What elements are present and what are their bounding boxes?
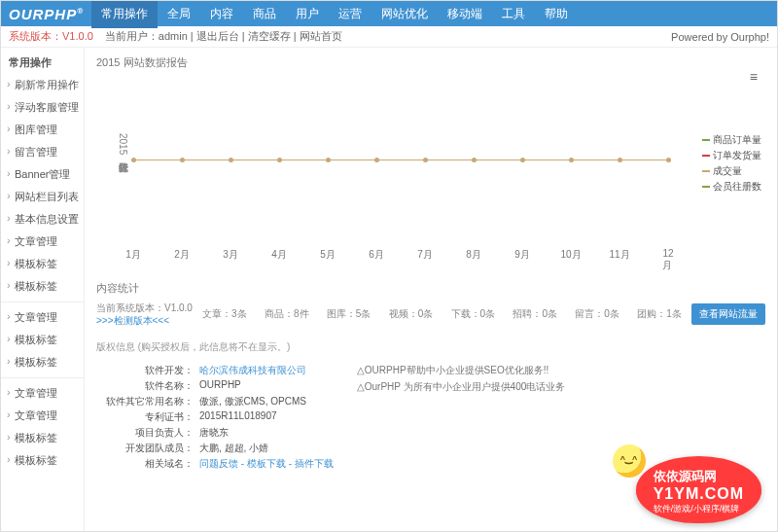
view-traffic-button[interactable]: 查看网站流量 bbox=[691, 303, 765, 325]
sidebar-item[interactable]: 模板标签 bbox=[1, 449, 84, 472]
info-row: 项目负责人：唐晓东 bbox=[96, 426, 334, 440]
sidebar-heading: 常用操作 bbox=[1, 52, 84, 74]
promo-text: △OurPHP 为所有中小企业用户提供400电话业务 bbox=[357, 380, 566, 394]
nav-tab-5[interactable]: 运营 bbox=[329, 0, 371, 28]
user-info: 当前用户：admin | 退出后台 | 清空缓存 | 网站首页 bbox=[105, 29, 342, 44]
nav-tab-1[interactable]: 全局 bbox=[158, 0, 200, 28]
site-home-link[interactable]: 网站首页 bbox=[300, 30, 342, 42]
sidebar-item[interactable]: 模板标签 bbox=[1, 351, 84, 373]
check-version-link[interactable]: >>>检测版本<<< bbox=[96, 314, 193, 327]
nav-tab-3[interactable]: 商品 bbox=[243, 0, 286, 28]
nav-tab-7[interactable]: 移动端 bbox=[438, 0, 492, 28]
stat-cell: 文章：3条 bbox=[202, 307, 247, 321]
clear-cache-link[interactable]: 清空缓存 bbox=[248, 30, 291, 42]
info-row: 软件名称：OURPHP bbox=[96, 379, 334, 393]
info-zone: 软件开发：哈尔滨伟成科技有限公司软件名称：OURPHP软件其它常用名称：傲派, … bbox=[96, 364, 765, 473]
sidebar-item[interactable]: 网站栏目列表 bbox=[1, 186, 84, 208]
sidebar-item[interactable]: 模板标签 bbox=[1, 427, 84, 449]
stats-version: 当前系统版本：V1.0.0 >>>检测版本<<< bbox=[96, 301, 193, 327]
info-row: 专利证书：2015R11L018907 bbox=[96, 410, 334, 424]
chart-box: 2015 网站数据报告 ≡ 2015数据统计分析 1月2月3月4月5月6月7月8… bbox=[96, 55, 765, 269]
sub-bar: 系统版本：V1.0.0 当前用户：admin | 退出后台 | 清空缓存 | 网… bbox=[1, 26, 777, 48]
brand-logo: OURPHP® bbox=[9, 6, 84, 22]
nav-tab-9[interactable]: 帮助 bbox=[535, 0, 578, 28]
sidebar-item[interactable]: Banner管理 bbox=[1, 163, 84, 186]
sidebar-item[interactable]: 文章管理 bbox=[1, 231, 84, 253]
sidebar-item[interactable]: 图库管理 bbox=[1, 119, 84, 141]
powered-by: Powered by Ourphp! bbox=[671, 31, 769, 43]
nav-tab-0[interactable]: 常用操作 bbox=[91, 0, 158, 28]
system-version: 系统版本：V1.0.0 bbox=[9, 29, 93, 44]
nav-tabs: 常用操作全局内容商品用户运营网站优化移动端工具帮助 bbox=[91, 0, 578, 28]
copyright-notice: 版权信息 (购买授权后，此信息将不在显示。) bbox=[96, 340, 765, 354]
stat-cell: 留言：0条 bbox=[575, 307, 619, 321]
stat-cell: 商品：8件 bbox=[265, 307, 309, 321]
sidebar-item[interactable]: 模板标签 bbox=[1, 329, 84, 351]
sidebar-item[interactable]: 文章管理 bbox=[1, 382, 84, 405]
sidebar-item[interactable]: 文章管理 bbox=[1, 306, 84, 329]
sidebar-item[interactable]: 文章管理 bbox=[1, 405, 84, 427]
info-row: 开发团队成员：大鹏, 超超, 小婧 bbox=[96, 442, 334, 455]
legend-item[interactable]: 订单发货量 bbox=[702, 149, 761, 162]
y1ym-badge[interactable]: ^‿^ 依依源码网 Y1YM.COM 软件/游戏/小程序/棋牌 bbox=[636, 456, 761, 523]
sidebar-item[interactable]: 模板标签 bbox=[1, 253, 84, 275]
sidebar-item[interactable]: 模板标签 bbox=[1, 275, 84, 298]
stat-cell: 团购：1条 bbox=[637, 307, 682, 321]
info-row: 软件开发：哈尔滨伟成科技有限公司 bbox=[96, 364, 334, 377]
logout-link[interactable]: 退出后台 bbox=[196, 30, 239, 42]
stat-cell: 下载：0条 bbox=[451, 307, 496, 321]
nav-tab-2[interactable]: 内容 bbox=[200, 0, 243, 28]
legend-item[interactable]: 商品订单量 bbox=[702, 133, 761, 147]
sidebar-item[interactable]: 浮动客服管理 bbox=[1, 96, 84, 119]
sidebar-item[interactable]: 刷新常用操作 bbox=[1, 74, 84, 96]
chart-legend: 商品订单量订单发货量成交量会员往册数 bbox=[702, 133, 761, 195]
promo-text: △OURPHP帮助中小企业提供SEO优化服务!! bbox=[357, 364, 566, 377]
chart-menu-icon[interactable]: ≡ bbox=[750, 69, 758, 85]
chart-plot-area bbox=[133, 85, 668, 235]
stat-cell: 图库：5条 bbox=[327, 307, 371, 321]
chart-y-label: 2015数据统计分析 bbox=[116, 133, 129, 155]
nav-tab-4[interactable]: 用户 bbox=[286, 0, 329, 28]
legend-item[interactable]: 成交量 bbox=[702, 164, 761, 178]
stat-cell: 招聘：0条 bbox=[513, 307, 557, 321]
chart-title: 2015 网站数据报告 bbox=[96, 55, 765, 70]
legend-item[interactable]: 会员往册数 bbox=[702, 180, 761, 194]
stats-heading: 内容统计 bbox=[96, 281, 765, 296]
info-row: 软件其它常用名称：傲派, 傲派CMS, OPCMS bbox=[96, 395, 334, 408]
info-row: 相关域名：问题反馈 - 模板下载 - 插件下载 bbox=[96, 457, 334, 471]
top-nav: OURPHP® 常用操作全局内容商品用户运营网站优化移动端工具帮助 bbox=[1, 1, 777, 26]
sidebar: 常用操作 刷新常用操作浮动客服管理图库管理留言管理Banner管理网站栏目列表基… bbox=[1, 48, 85, 531]
nav-tab-6[interactable]: 网站优化 bbox=[371, 0, 438, 28]
stat-cell: 视频：0条 bbox=[389, 307, 434, 321]
sidebar-item[interactable]: 留言管理 bbox=[1, 141, 84, 163]
stats-row: 当前系统版本：V1.0.0 >>>检测版本<<< 文章：3条商品：8件图库：5条… bbox=[96, 301, 765, 327]
sidebar-item[interactable]: 基本信息设置 bbox=[1, 208, 84, 231]
nav-tab-8[interactable]: 工具 bbox=[492, 0, 535, 28]
